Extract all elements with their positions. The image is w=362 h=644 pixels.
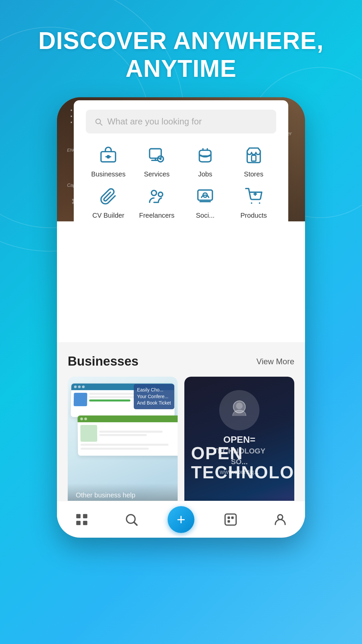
freelancers-icon xyxy=(145,185,169,208)
businesses-icon xyxy=(97,144,120,167)
jobs-icon xyxy=(193,144,217,167)
svg-line-31 xyxy=(134,522,137,525)
grid-icon xyxy=(74,512,89,527)
hero-line-2: ANYTIME xyxy=(20,55,342,83)
person-nav-icon xyxy=(273,512,288,527)
svg-rect-26 xyxy=(76,514,81,518)
square-nav-icon xyxy=(223,512,238,527)
add-button[interactable]: + xyxy=(168,506,194,533)
category-stores[interactable]: Stores xyxy=(231,144,277,178)
cv-builder-label: CV Builder xyxy=(92,212,124,219)
svg-rect-17 xyxy=(251,155,256,161)
bottom-nav: + xyxy=(57,501,305,538)
nav-search[interactable] xyxy=(107,512,156,527)
hero-banner: • Contacts• Globalization• Relations STR… xyxy=(57,97,305,221)
ticket-promo: Easily Cho...Your Confere...And Book Tic… xyxy=(134,384,174,409)
phone-mockup: • Contacts• Globalization• Relations STR… xyxy=(57,97,305,538)
services-label: Services xyxy=(144,170,170,178)
category-jobs[interactable]: Jobs xyxy=(183,144,228,178)
search-overlay: What are you looking for Businesses xyxy=(74,100,288,221)
nav-square[interactable] xyxy=(206,512,255,527)
svg-point-13 xyxy=(107,155,110,159)
businesses-section-title: Businesses xyxy=(68,354,138,369)
freelancers-label: Freelancers xyxy=(139,212,175,219)
stores-label: Stores xyxy=(244,170,263,178)
category-social[interactable]: Soci... xyxy=(183,185,228,219)
svg-rect-32 xyxy=(225,514,236,525)
svg-point-19 xyxy=(158,192,163,197)
category-products[interactable]: Products xyxy=(231,185,277,219)
svg-rect-27 xyxy=(83,514,87,518)
svg-rect-28 xyxy=(76,521,81,525)
hero-line-1: DISCOVER ANYWHERE, xyxy=(20,27,342,55)
mockup-screen-2 xyxy=(77,416,178,456)
jobs-label: Jobs xyxy=(198,170,212,178)
tech-logo-circle xyxy=(219,390,259,430)
social-label: Soci... xyxy=(196,212,215,219)
svg-point-18 xyxy=(152,191,157,196)
card-1-subtitle: Other business help xyxy=(76,491,170,499)
search-placeholder: What are you looking for xyxy=(107,116,268,127)
view-more-businesses[interactable]: View More xyxy=(256,357,294,366)
search-nav-icon xyxy=(124,512,139,527)
add-icon: + xyxy=(177,512,185,527)
open-tech-text: OPENTECHNOLOG... xyxy=(191,444,288,482)
nav-profile[interactable] xyxy=(255,512,305,527)
nav-home[interactable] xyxy=(57,512,107,527)
search-input-container[interactable]: What are you looking for xyxy=(86,110,276,133)
cv-builder-icon xyxy=(97,185,120,208)
svg-rect-35 xyxy=(228,520,230,522)
services-icon xyxy=(145,144,169,167)
svg-point-16 xyxy=(159,158,162,160)
businesses-label: Businesses xyxy=(91,170,125,178)
search-icon xyxy=(94,117,103,126)
products-icon xyxy=(242,185,265,208)
category-cv-builder[interactable]: CV Builder xyxy=(86,185,131,219)
svg-rect-34 xyxy=(231,516,234,519)
social-icon xyxy=(193,185,217,208)
category-businesses[interactable]: Businesses xyxy=(86,144,131,178)
hero-text: DISCOVER ANYWHERE, ANYTIME xyxy=(0,27,362,83)
category-services[interactable]: Services xyxy=(134,144,180,178)
businesses-section-header: Businesses View More xyxy=(68,342,294,377)
svg-rect-29 xyxy=(83,521,87,525)
products-label: Products xyxy=(240,212,267,219)
svg-point-25 xyxy=(236,402,243,409)
category-freelancers[interactable]: Freelancers xyxy=(134,185,180,219)
svg-point-36 xyxy=(278,515,283,520)
svg-rect-33 xyxy=(228,516,230,519)
stores-icon xyxy=(242,144,265,167)
nav-add[interactable]: + xyxy=(156,506,206,533)
category-grid: Businesses Services xyxy=(86,144,276,219)
